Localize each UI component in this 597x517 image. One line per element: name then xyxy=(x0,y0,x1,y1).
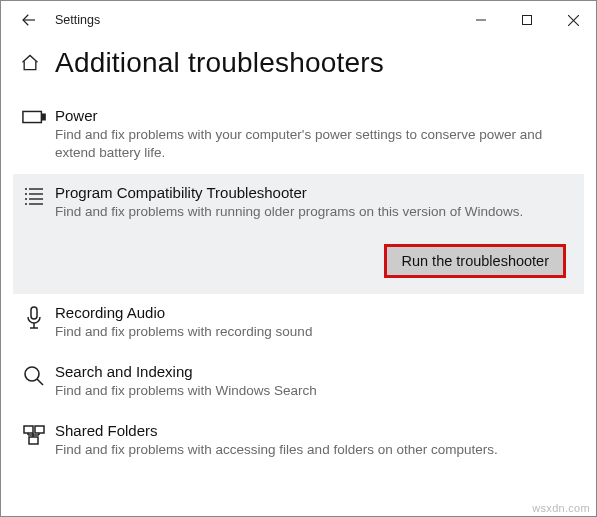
shared-folders-icon xyxy=(23,424,45,446)
home-icon[interactable] xyxy=(19,52,41,74)
troubleshooter-list: Power Find and fix problems with your co… xyxy=(1,97,596,471)
troubleshooter-name: Shared Folders xyxy=(55,422,566,439)
troubleshooter-desc: Find and fix problems with recording sou… xyxy=(55,323,566,341)
watermark: wsxdn.com xyxy=(532,502,590,514)
close-button[interactable] xyxy=(550,5,596,35)
troubleshooter-item-search-indexing[interactable]: Search and Indexing Find and fix problem… xyxy=(13,353,584,412)
compatibility-icon xyxy=(23,186,45,206)
svg-rect-20 xyxy=(24,426,33,433)
svg-line-19 xyxy=(37,379,43,385)
svg-rect-2 xyxy=(523,16,532,25)
troubleshooter-desc: Find and fix problems with your computer… xyxy=(55,126,566,162)
svg-rect-6 xyxy=(42,114,45,120)
troubleshooter-item-recording-audio[interactable]: Recording Audio Find and fix problems wi… xyxy=(13,294,584,353)
svg-rect-22 xyxy=(29,437,38,444)
svg-rect-21 xyxy=(35,426,44,433)
troubleshooter-desc: Find and fix problems with Windows Searc… xyxy=(55,382,566,400)
maximize-button[interactable] xyxy=(504,5,550,35)
back-button[interactable] xyxy=(11,2,47,38)
minimize-button[interactable] xyxy=(458,5,504,35)
page-title: Additional troubleshooters xyxy=(55,47,384,79)
troubleshooter-name: Power xyxy=(55,107,566,124)
troubleshooter-item-power[interactable]: Power Find and fix problems with your co… xyxy=(13,97,584,174)
svg-rect-15 xyxy=(31,307,37,319)
window-title: Settings xyxy=(55,13,100,27)
titlebar: Settings xyxy=(1,1,596,39)
window-controls xyxy=(458,5,596,35)
svg-rect-5 xyxy=(23,111,41,122)
run-troubleshooter-button[interactable]: Run the troubleshooter xyxy=(384,244,566,278)
battery-icon xyxy=(22,109,46,125)
troubleshooter-desc: Find and fix problems with running older… xyxy=(55,203,566,221)
microphone-icon xyxy=(24,306,44,330)
page-header: Additional troubleshooters xyxy=(1,39,596,97)
troubleshooter-name: Program Compatibility Troubleshooter xyxy=(55,184,566,201)
troubleshooter-name: Search and Indexing xyxy=(55,363,566,380)
troubleshooter-desc: Find and fix problems with accessing fil… xyxy=(55,441,566,459)
troubleshooter-item-program-compatibility[interactable]: Program Compatibility Troubleshooter Fin… xyxy=(13,174,584,293)
troubleshooter-name: Recording Audio xyxy=(55,304,566,321)
search-icon xyxy=(23,365,45,387)
troubleshooter-item-shared-folders[interactable]: Shared Folders Find and fix problems wit… xyxy=(13,412,584,471)
svg-point-18 xyxy=(25,367,39,381)
